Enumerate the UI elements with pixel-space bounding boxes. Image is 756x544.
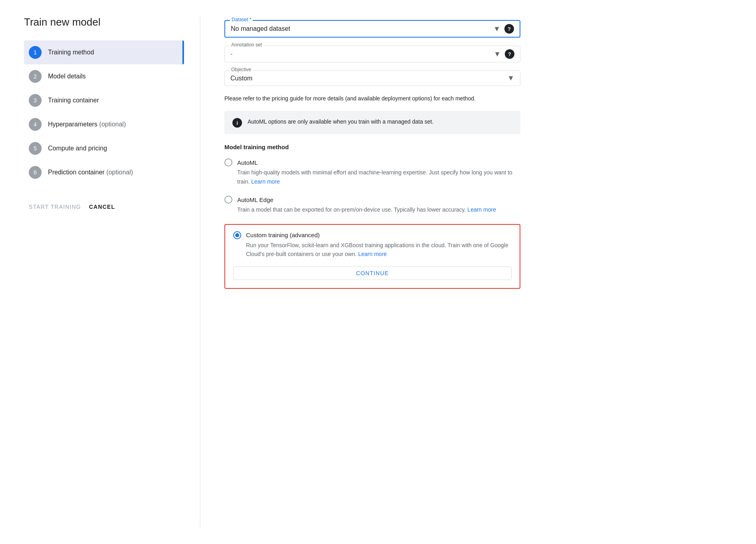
objective-label: Objective	[230, 67, 253, 72]
step-label-5: Compute and pricing	[48, 145, 107, 152]
dataset-field-group: Dataset * No managed dataset ▼ ?	[224, 20, 520, 38]
sidebar-title: Train new model	[24, 16, 184, 28]
annotation-help-icon[interactable]: ?	[505, 49, 514, 59]
section-title: Model training method	[224, 144, 520, 150]
cancel-button[interactable]: CANCEL	[89, 200, 115, 213]
automl-label: AutoML	[237, 159, 258, 166]
step-label-4: Hyperparameters (optional)	[48, 121, 126, 128]
start-training-button[interactable]: START TRAINING	[29, 200, 81, 213]
annotation-set-label: Annotation set	[230, 42, 264, 48]
main-content: Dataset * No managed dataset ▼ ? Annotat…	[208, 16, 536, 528]
step-label-1: Training method	[48, 49, 94, 56]
step-optional-6: (optional)	[106, 169, 133, 176]
annotation-set-value: -	[230, 50, 232, 58]
objective-icons: ▼	[507, 74, 514, 82]
automl-learn-more-link[interactable]: Learn more	[251, 178, 280, 185]
radio-option-automl: AutoML Train high-quality models with mi…	[224, 158, 520, 186]
automl-edge-description: Train a model that can be exported for o…	[224, 205, 520, 214]
sidebar-item-prediction-container[interactable]: 6 Prediction container (optional)	[24, 160, 184, 184]
radio-option-custom-training: Custom training (advanced) Run your Tens…	[224, 224, 520, 289]
custom-training-radio-button[interactable]	[233, 231, 241, 239]
sidebar-item-hyperparameters[interactable]: 4 Hyperparameters (optional)	[24, 112, 184, 136]
sidebar-divider	[200, 16, 200, 528]
sidebar-item-training-method[interactable]: 1 Training method	[24, 40, 184, 64]
dataset-value: No managed dataset	[231, 25, 290, 32]
step-number-6: 6	[29, 166, 42, 179]
objective-field-wrapper[interactable]: Objective Custom ▼	[224, 70, 520, 86]
objective-dropdown-arrow-icon[interactable]: ▼	[507, 74, 514, 82]
sidebar: Train new model 1 Training method 2 Mode…	[24, 16, 192, 528]
automl-edge-radio-button[interactable]	[224, 196, 232, 204]
dataset-label: Dataset *	[230, 17, 253, 22]
automl-edge-learn-more-link[interactable]: Learn more	[468, 206, 496, 213]
automl-radio-button[interactable]	[224, 158, 232, 166]
automl-edge-label: AutoML Edge	[237, 196, 273, 203]
step-list: 1 Training method 2 Model details 3 Trai…	[24, 40, 184, 184]
annotation-set-field-group: Annotation set - ▼ ?	[224, 46, 520, 62]
custom-training-description: Run your TensorFlow, scikit-learn and XG…	[233, 241, 512, 259]
sidebar-item-model-details[interactable]: 2 Model details	[24, 64, 184, 88]
step-number-5: 5	[29, 142, 42, 155]
annotation-set-field-wrapper[interactable]: Annotation set - ▼ ?	[224, 46, 520, 62]
objective-value: Custom	[230, 75, 252, 82]
step-number-2: 2	[29, 70, 42, 83]
step-label-6: Prediction container (optional)	[48, 169, 133, 176]
pricing-note: Please refer to the pricing guide for mo…	[224, 94, 520, 103]
sidebar-item-compute-pricing[interactable]: 5 Compute and pricing	[24, 136, 184, 160]
step-label-3: Training container	[48, 97, 99, 104]
step-number-1: 1	[29, 46, 42, 59]
annotation-dropdown-arrow-icon[interactable]: ▼	[494, 50, 501, 58]
step-optional-4: (optional)	[99, 121, 126, 128]
objective-field-group: Objective Custom ▼	[224, 70, 520, 86]
radio-option-automl-edge: AutoML Edge Train a model that can be ex…	[224, 196, 520, 214]
annotation-set-icons: ▼ ?	[494, 49, 514, 59]
dataset-help-icon[interactable]: ?	[504, 24, 514, 34]
custom-training-learn-more-link[interactable]: Learn more	[358, 251, 387, 257]
dataset-dropdown-arrow-icon[interactable]: ▼	[493, 25, 500, 33]
step-number-4: 4	[29, 118, 42, 131]
info-icon: i	[232, 118, 242, 128]
sidebar-item-training-container[interactable]: 3 Training container	[24, 88, 184, 112]
custom-training-label: Custom training (advanced)	[246, 232, 320, 238]
dataset-field-wrapper[interactable]: Dataset * No managed dataset ▼ ?	[224, 20, 520, 38]
sidebar-actions: START TRAINING CANCEL	[24, 200, 184, 213]
dataset-icons: ▼ ?	[493, 24, 514, 34]
step-label-2: Model details	[48, 73, 86, 80]
continue-button[interactable]: CONTINUE	[233, 266, 512, 280]
automl-description: Train high-quality models with minimal e…	[224, 168, 520, 186]
step-number-3: 3	[29, 94, 42, 107]
info-box: i AutoML options are only available when…	[224, 111, 520, 134]
info-text: AutoML options are only available when y…	[248, 117, 434, 126]
